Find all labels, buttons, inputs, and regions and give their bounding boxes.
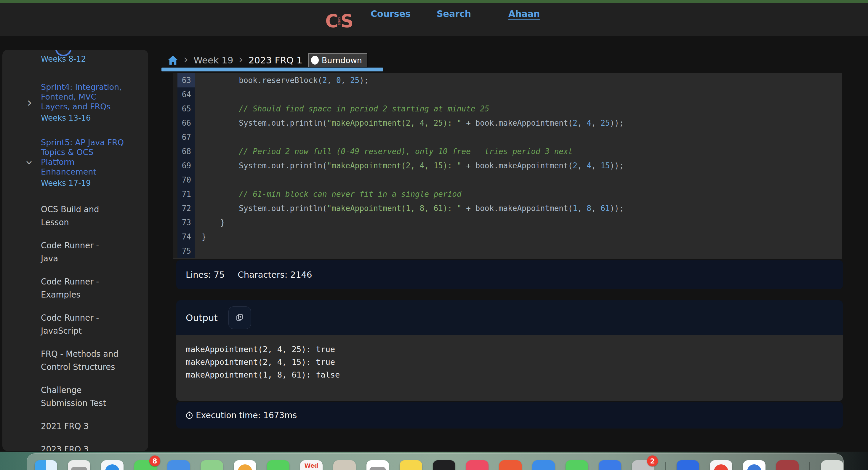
nav-link-ahaan[interactable]: Ahaan	[508, 8, 540, 19]
cs-logo-c: C	[325, 12, 337, 30]
cs-logo[interactable]: C CODE S	[325, 12, 352, 30]
sidebar-items: Weeks 8-12›Sprint4: Integration,Fontend,…	[2, 54, 148, 451]
code-line-67: 67	[173, 130, 842, 144]
sidebar: Weeks 8-12›Sprint4: Integration,Fontend,…	[2, 50, 148, 451]
line-number: 63	[173, 73, 195, 87]
notes-icon[interactable]	[400, 460, 422, 470]
sidebar-item-1[interactable]: ›Sprint4: Integration,Fontend, MVCLayers…	[2, 82, 148, 123]
code-line-content: // Should find space in period 2 startin…	[195, 101, 489, 116]
sidebar-item-title-line: Enhancement	[41, 167, 148, 177]
sidebar-item-5[interactable]: Code Runner -Examples	[2, 275, 148, 301]
facetime-icon[interactable]	[267, 460, 289, 470]
burndown-badge[interactable]: Burndown	[308, 53, 367, 67]
contacts-icon[interactable]	[333, 460, 356, 470]
sidebar-item-title-line: Code Runner -	[41, 311, 148, 324]
chevron-down-icon: ›	[27, 138, 41, 188]
nav-link-search[interactable]: Search	[437, 8, 471, 19]
mail-icon[interactable]	[167, 460, 190, 470]
sidebar-item-4[interactable]: Code Runner -Java	[2, 239, 148, 265]
messages-icon[interactable]: 8	[134, 460, 157, 470]
sidebar-item-text: OCS Build andLesson	[41, 203, 148, 229]
x-icon[interactable]	[532, 460, 555, 470]
sidebar-item-3[interactable]: OCS Build andLesson	[2, 203, 148, 229]
photos-icon[interactable]	[234, 460, 256, 470]
reminders-icon[interactable]	[367, 460, 389, 470]
icon-detail	[369, 467, 386, 470]
sidebar-item-0[interactable]: Weeks 8-12	[2, 54, 148, 64]
status-dot-icon	[311, 56, 319, 65]
sidebar-item-8[interactable]: ChallengeSubmission Test	[2, 383, 148, 410]
output-line: makeAppointment(2, 4, 25): true	[186, 343, 843, 356]
sidebar-item-7[interactable]: FRQ - Methods andControl Structures	[2, 347, 148, 373]
whatsapp-icon[interactable]	[565, 460, 588, 470]
sidebar-item-text: 2023 FRQ 3	[41, 443, 148, 451]
output-panel: Output makeAppointment(2, 4, 25): truema…	[176, 300, 843, 401]
sidebar-item-title-line: Challenge	[41, 383, 148, 396]
home-icon[interactable]	[167, 55, 178, 65]
music-icon[interactable]	[466, 460, 489, 470]
code-editor[interactable]: 63 book.reserveBlock(2, 0, 25);6465 // S…	[173, 73, 842, 259]
code-line-content: }	[195, 215, 225, 230]
stopwatch-icon	[185, 411, 193, 419]
top-nav: C CODE S CoursesSearchAhaan	[0, 3, 868, 36]
drawing-app-icon[interactable]	[743, 460, 766, 470]
code-line-68: 68 // Period 2 now full (0-49 reserved),…	[173, 144, 842, 158]
chevron-right-icon: ›	[239, 54, 243, 65]
nav-link-courses[interactable]: Courses	[371, 8, 411, 19]
icon-detail	[71, 467, 87, 470]
blue-app-icon[interactable]	[677, 460, 699, 470]
icon-detail	[747, 464, 761, 470]
icon-detail	[105, 464, 119, 470]
chrome-icon[interactable]	[710, 460, 732, 470]
code-line-69: 69 System.out.println("makeAppointment(2…	[173, 158, 842, 173]
facebook-icon[interactable]	[599, 460, 621, 470]
output-header: Output	[176, 300, 843, 335]
sidebar-item-title-line: FRQ - Methods and	[41, 347, 148, 360]
sidebar-item-10[interactable]: 2023 FRQ 3	[2, 443, 148, 451]
code-line-72: 72 System.out.println("makeAppointment(1…	[173, 201, 842, 215]
dock: 8Wed2	[27, 453, 844, 470]
code-line-74: 74}	[173, 230, 842, 244]
finder-icon[interactable]	[35, 460, 57, 470]
sidebar-item-title-line: JavaScript	[41, 324, 148, 337]
line-number: 69	[173, 158, 195, 173]
breadcrumb-week[interactable]: Week 19	[193, 55, 233, 65]
sidebar-item-text: ChallengeSubmission Test	[41, 383, 148, 410]
maps-icon[interactable]	[200, 460, 223, 470]
chevron-right-icon: ›	[27, 82, 41, 123]
dock-icons: 8Wed2	[35, 460, 843, 470]
trash-icon[interactable]	[821, 460, 843, 470]
line-number: 75	[173, 244, 195, 258]
settings-icon[interactable]: 2	[632, 460, 654, 470]
code-line-content: book.reserveBlock(2, 0, 25);	[195, 73, 369, 87]
books-icon[interactable]	[776, 460, 799, 470]
sidebar-item-title-line: Code Runner -	[41, 239, 148, 252]
code-line-content: // 61-min block can never fit in a singl…	[195, 187, 462, 201]
code-line-66: 66 System.out.println("makeAppointment(2…	[173, 116, 842, 130]
notification-badge: 2	[647, 456, 658, 466]
icon-detail	[714, 464, 728, 470]
calendar-icon[interactable]: Wed	[300, 460, 322, 470]
spotlight-icon[interactable]	[68, 460, 90, 470]
line-number: 65	[173, 101, 195, 116]
line-number: 64	[173, 87, 195, 101]
copy-output-button[interactable]	[228, 306, 251, 329]
sidebar-item-text: Sprint4: Integration,Fontend, MVCLayers,…	[41, 82, 148, 123]
sidebar-item-title-line: Java	[41, 252, 148, 265]
output-title: Output	[186, 312, 218, 323]
code-line-content: System.out.println("makeAppointment(2, 4…	[195, 158, 624, 173]
sidebar-item-6[interactable]: Code Runner -JavaScript	[2, 311, 148, 337]
output-line: makeAppointment(1, 8, 61): false	[186, 369, 843, 381]
sidebar-item-9[interactable]: 2021 FRQ 3	[2, 420, 148, 433]
sidebar-item-title-line: Sprint5: AP Java FRQ	[41, 138, 148, 147]
sidebar-item-title-line: Lesson	[41, 216, 148, 229]
code-line-70: 70	[173, 173, 842, 187]
sidebar-item-2[interactable]: ›Sprint5: AP Java FRQTopics & OCSPlatfor…	[2, 138, 148, 188]
sidebar-item-title-line: Fontend, MVC	[41, 92, 148, 101]
code-line-65: 65 // Should find space in period 2 star…	[173, 101, 842, 116]
notification-badge: 8	[149, 456, 160, 466]
terminal-icon[interactable]	[433, 460, 455, 470]
cs-logo-s: S	[341, 12, 352, 30]
safari-icon[interactable]	[101, 460, 124, 470]
rocket-icon[interactable]	[499, 460, 522, 470]
